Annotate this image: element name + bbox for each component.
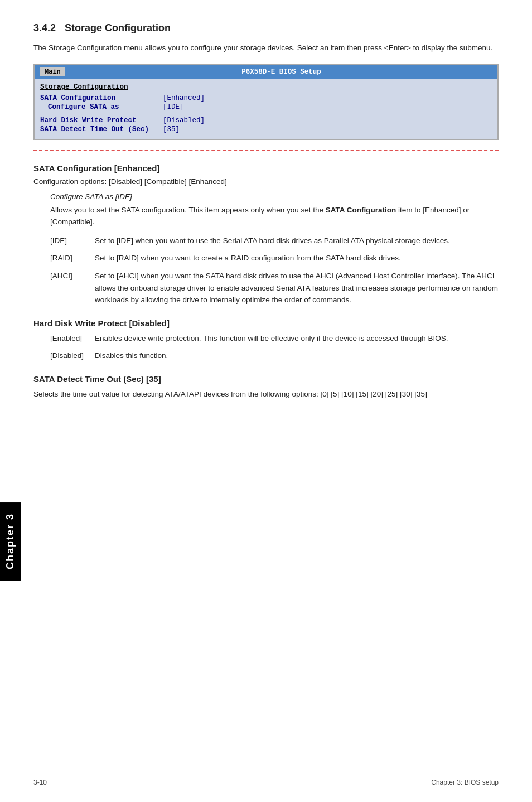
bios-row-configure-sata-as: Configure SATA as [IDE] <box>40 103 492 111</box>
configure-sata-as-desc: Allows you to set the SATA configuration… <box>50 204 499 228</box>
section-title: Storage Configuration <box>65 22 171 34</box>
chapter-sidebar: Chapter 3 <box>0 502 21 581</box>
bios-section-title: Storage Configuration <box>40 83 492 91</box>
section-heading: 3.4.2 Storage Configuration <box>33 22 499 34</box>
def-desc-ide: Set to [IDE] when you want to use the Se… <box>95 235 499 247</box>
def-item-raid: [RAID] Set to [RAID] when you want to cr… <box>50 252 499 264</box>
def-desc-ahci: Set to [AHCI] when you want the SATA har… <box>95 270 499 306</box>
bios-header: Main P6X58D-E BIOS Setup <box>35 65 497 79</box>
page-container: 3.4.2 Storage Configuration The Storage … <box>0 0 532 444</box>
bios-row-configure-sata-as-label: Configure SATA as <box>40 103 163 111</box>
sata-def-list: [IDE] Set to [IDE] when you want to use … <box>50 235 499 306</box>
def-item-ide: [IDE] Set to [IDE] when you want to use … <box>50 235 499 247</box>
bios-row-sata-config: SATA Configuration [Enhanced] <box>40 94 492 102</box>
def-term-raid: [RAID] <box>50 252 95 264</box>
def-item-ahci: [AHCI] Set to [AHCI] when you want the S… <box>50 270 499 306</box>
hard-disk-protect-heading: Hard Disk Write Protect [Disabled] <box>33 318 499 328</box>
def-item-disabled: [Disabled] Disables this function. <box>50 350 499 362</box>
configure-sata-as-heading: Configure SATA as [IDE] <box>50 192 499 201</box>
bios-row-configure-sata-as-value: [IDE] <box>163 103 184 111</box>
bios-row-sata-config-label: SATA Configuration <box>40 94 163 102</box>
footer-page-number: 3-10 <box>33 779 47 786</box>
bios-row-hard-disk-value: [Disabled] <box>163 117 205 124</box>
chapter-sidebar-label: Chapter 3 <box>4 513 16 569</box>
def-term-disabled: [Disabled] <box>50 350 95 362</box>
intro-text: The Storage Configuration menu allows yo… <box>33 42 499 54</box>
def-term-ahci: [AHCI] <box>50 270 95 306</box>
bios-header-title: P6X58D-E BIOS Setup <box>71 68 492 76</box>
footer-chapter-info: Chapter 3: BIOS setup <box>431 779 499 786</box>
sata-detect-heading: SATA Detect Time Out (Sec) [35] <box>33 374 499 384</box>
bios-body: Storage Configuration SATA Configuration… <box>35 79 497 139</box>
bios-row-sata-config-value: [Enhanced] <box>163 94 205 102</box>
page-footer: 3-10 Chapter 3: BIOS setup <box>0 774 532 791</box>
bios-header-tab: Main <box>40 67 65 76</box>
bios-setup-box: Main P6X58D-E BIOS Setup Storage Configu… <box>33 64 499 140</box>
bios-row-hard-disk-label: Hard Disk Write Protect <box>40 117 163 124</box>
def-desc-disabled: Disables this function. <box>95 350 499 362</box>
def-desc-enabled: Enables device write protection. This fu… <box>95 332 499 345</box>
def-term-ide: [IDE] <box>50 235 95 247</box>
def-term-enabled: [Enabled] <box>50 332 95 345</box>
configure-sata-desc-bold: SATA Configuration <box>326 206 396 214</box>
bios-row-sata-detect-value: [35] <box>163 125 180 133</box>
def-desc-raid: Set to [RAID] when you want to create a … <box>95 252 499 264</box>
sata-config-heading: SATA Configuration [Enhanced] <box>33 163 499 173</box>
bios-row-sata-detect-label: SATA Detect Time Out (Sec) <box>40 125 163 133</box>
bios-row-sata-detect: SATA Detect Time Out (Sec) [35] <box>40 125 492 133</box>
bios-row-hard-disk: Hard Disk Write Protect [Disabled] <box>40 117 492 124</box>
hard-disk-def-list: [Enabled] Enables device write protectio… <box>50 332 499 362</box>
config-options-text: Configuration options: [Disabled] [Compa… <box>33 177 499 186</box>
def-item-enabled: [Enabled] Enables device write protectio… <box>50 332 499 345</box>
section-number: 3.4.2 <box>33 22 56 34</box>
dashed-separator <box>33 150 499 151</box>
sata-detect-desc: Selects the time out value for detecting… <box>33 388 499 400</box>
configure-sata-desc-part1: Allows you to set the SATA configuration… <box>50 206 326 214</box>
